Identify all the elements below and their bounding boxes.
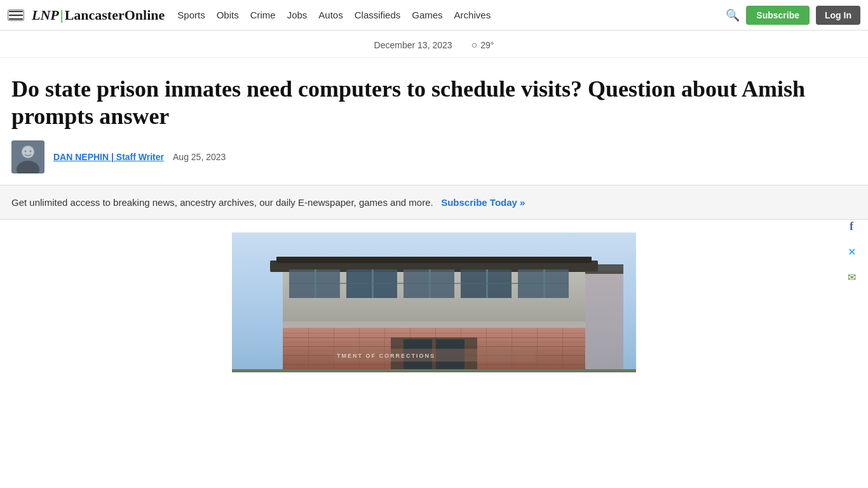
subscribe-button[interactable]: Subscribe bbox=[746, 6, 810, 25]
temperature-display: 29° bbox=[480, 40, 494, 50]
article-container: Do state prison inmates need computers t… bbox=[0, 76, 868, 173]
weather-widget: ○ 29° bbox=[471, 39, 494, 51]
email-share-button[interactable]: ✉ bbox=[841, 267, 862, 287]
facebook-share-button[interactable]: f bbox=[841, 216, 862, 236]
weather-icon: ○ bbox=[471, 39, 478, 51]
nav-link-archives[interactable]: Archives bbox=[454, 10, 491, 20]
logo-pipe: | bbox=[60, 7, 64, 23]
svg-rect-9 bbox=[276, 257, 592, 263]
twitter-share-button[interactable]: ✕ bbox=[841, 241, 862, 262]
author-row: DAN NEPHIN | Staff Writer Aug 25, 2023 bbox=[11, 140, 857, 173]
nav-link-jobs[interactable]: Jobs bbox=[287, 10, 308, 20]
author-avatar-image bbox=[11, 140, 44, 173]
svg-rect-39 bbox=[537, 327, 538, 372]
facebook-icon: f bbox=[850, 220, 853, 233]
article-image-container: TMENT OF CORRECTIONS bbox=[0, 233, 868, 372]
twitter-icon: ✕ bbox=[848, 246, 856, 258]
building-image-svg: TMENT OF CORRECTIONS bbox=[232, 233, 636, 372]
search-button[interactable]: 🔍 bbox=[726, 8, 740, 22]
article-date: Aug 25, 2023 bbox=[173, 152, 226, 162]
svg-point-4 bbox=[25, 151, 27, 152]
svg-rect-30 bbox=[308, 327, 309, 372]
subscription-banner-text: Get unlimited access to breaking news, a… bbox=[11, 197, 433, 208]
date-display: December 13, 2023 bbox=[374, 40, 452, 50]
logo-lnp: LNP bbox=[32, 7, 59, 23]
nav-link-games[interactable]: Games bbox=[412, 10, 442, 20]
svg-rect-40 bbox=[562, 327, 563, 372]
article-title: Do state prison inmates need computers t… bbox=[11, 76, 837, 130]
author-info: DAN NEPHIN | Staff Writer Aug 25, 2023 bbox=[53, 152, 226, 162]
svg-point-5 bbox=[30, 151, 32, 152]
email-icon: ✉ bbox=[848, 271, 856, 283]
svg-rect-47 bbox=[232, 369, 636, 372]
login-button[interactable]: Log In bbox=[816, 6, 860, 25]
article-image: TMENT OF CORRECTIONS bbox=[232, 233, 636, 372]
nav-link-sports[interactable]: Sports bbox=[177, 10, 205, 20]
site-logo[interactable]: LNP|LancasterOnline bbox=[32, 7, 165, 24]
social-sidebar: f ✕ ✉ bbox=[841, 216, 862, 287]
hamburger-menu-button[interactable] bbox=[8, 10, 24, 21]
nav-link-classifieds[interactable]: Classifieds bbox=[355, 10, 401, 20]
author-name[interactable]: DAN NEPHIN | Staff Writer bbox=[53, 152, 164, 162]
nav-link-obits[interactable]: Obits bbox=[217, 10, 239, 20]
nav-links-list: Sports Obits Crime Jobs Autos Classified… bbox=[177, 10, 726, 21]
logo-lancaster: LancasterOnline bbox=[65, 7, 165, 23]
svg-rect-20 bbox=[289, 283, 569, 284]
info-bar: December 13, 2023 ○ 29° bbox=[0, 30, 868, 58]
svg-rect-48 bbox=[585, 271, 623, 369]
nav-link-autos[interactable]: Autos bbox=[318, 10, 342, 20]
author-avatar bbox=[11, 140, 44, 173]
nav-link-crime[interactable]: Crime bbox=[250, 10, 276, 20]
nav-right-actions: 🔍 Subscribe Log In bbox=[726, 6, 860, 25]
subscribe-today-link[interactable]: Subscribe Today » bbox=[441, 197, 525, 208]
svg-text:TMENT OF CORRECTIONS: TMENT OF CORRECTIONS bbox=[337, 353, 435, 359]
subscription-banner: Get unlimited access to breaking news, a… bbox=[0, 185, 868, 220]
svg-rect-22 bbox=[283, 333, 585, 334]
search-icon: 🔍 bbox=[726, 8, 740, 22]
svg-rect-41 bbox=[283, 322, 585, 328]
top-navigation: LNP|LancasterOnline Sports Obits Crime J… bbox=[0, 0, 868, 30]
svg-rect-49 bbox=[585, 264, 623, 274]
